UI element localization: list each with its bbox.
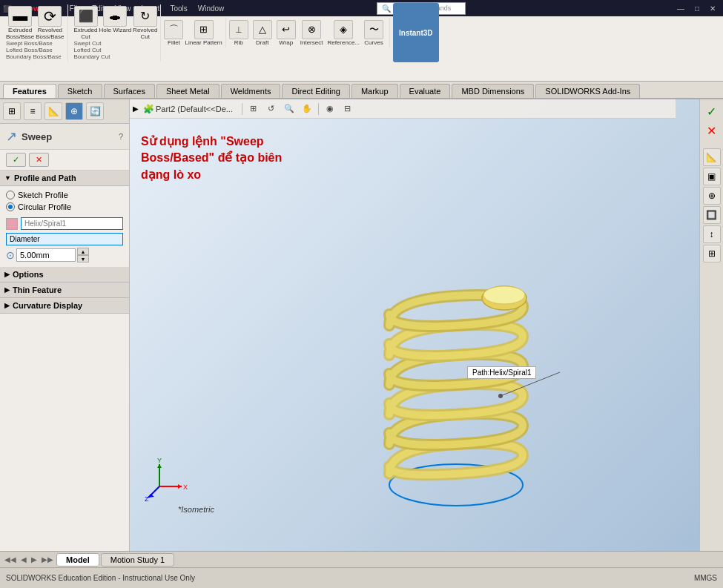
- lofted-boss-item[interactable]: Lofted Boss/Base: [6, 47, 65, 53]
- panel-icon-rotate[interactable]: 🔄: [86, 102, 104, 120]
- right-icon-5[interactable]: ↕: [703, 225, 721, 243]
- intersect-icon[interactable]: ⊗: [302, 20, 321, 39]
- extrude-boss-icon[interactable]: ▬: [8, 6, 32, 27]
- tab-arrow-right2[interactable]: ▶▶: [40, 555, 55, 564]
- tab-mbd[interactable]: MBD Dimensions: [452, 84, 534, 98]
- swept-cut-item[interactable]: Swept Cut: [74, 40, 158, 47]
- window-controls: — □ ✕: [673, 4, 720, 13]
- tab-sketch[interactable]: Sketch: [58, 84, 102, 98]
- tab-features[interactable]: Features: [3, 84, 56, 98]
- ok-button[interactable]: ✓: [6, 153, 26, 167]
- command-bar: ▬ ExtrudedBoss/Base ⟳ RevolvedBoss/Base …: [0, 16, 723, 82]
- revolve-cut-icon[interactable]: ↻: [133, 6, 157, 27]
- right-icon-1[interactable]: 📐: [703, 148, 721, 166]
- tab-arrow-left1[interactable]: ◀◀: [3, 555, 18, 564]
- revolve-boss-icon[interactable]: ⟳: [38, 6, 62, 27]
- right-cancel-icon[interactable]: ✕: [703, 122, 721, 139]
- annotation-text: Sử dụng lệnh "Sweep Boss/Based" để tạo b…: [141, 133, 282, 183]
- thin-feature-header[interactable]: ▶ Thin Feature: [0, 283, 129, 298]
- sweep-actions: ✓ ✕: [0, 150, 129, 171]
- panel-icon-dim[interactable]: 📐: [44, 102, 62, 120]
- minimize-btn[interactable]: —: [673, 4, 689, 13]
- diameter-label-bar: Diameter: [6, 233, 123, 245]
- draft-icon[interactable]: △: [253, 20, 272, 39]
- path-label: Path:Helix/Spiral1: [467, 366, 536, 379]
- feature-group: ⟂ Rib △ Draft ↩ Wrap ⊗ Intersect ◈ Refer…: [229, 18, 390, 47]
- panel-icon-plus[interactable]: ⊕: [65, 102, 83, 120]
- diameter-spinner[interactable]: ▲ ▼: [77, 248, 89, 262]
- boundary-boss-item[interactable]: Boundary Boss/Base: [6, 53, 65, 60]
- tab-arrow-right1[interactable]: ▶: [30, 555, 39, 564]
- right-icon-3[interactable]: ⊕: [703, 187, 721, 205]
- curvature-header[interactable]: ▶ Curvature Display: [0, 298, 129, 314]
- reference-icon[interactable]: ◈: [334, 20, 353, 39]
- sweep-help-icon[interactable]: ?: [119, 132, 123, 141]
- cancel-button[interactable]: ✕: [29, 153, 49, 167]
- instant3d-button[interactable]: Instant3D: [393, 3, 439, 62]
- bottom-tab-motion[interactable]: Motion Study 1: [101, 553, 174, 566]
- tab-arrow-left2[interactable]: ◀: [19, 555, 28, 564]
- menu-window[interactable]: Window: [194, 3, 229, 14]
- svg-text:Y: Y: [157, 457, 162, 464]
- boundary-cut-item[interactable]: Boundary Cut: [74, 53, 158, 60]
- swept-boss-item[interactable]: Swept Boss/Base: [6, 40, 65, 47]
- close-btn[interactable]: ✕: [705, 4, 720, 13]
- circular-profile-radio[interactable]: Circular Profile: [6, 202, 123, 211]
- right-icon-4[interactable]: 🔲: [703, 206, 721, 224]
- profile-path-header[interactable]: ▼ Profile and Path: [0, 171, 129, 186]
- tab-weldments[interactable]: Weldments: [221, 84, 281, 98]
- spring-svg: [330, 188, 627, 522]
- right-icon-6[interactable]: ⊞: [703, 245, 721, 262]
- wrap-icon[interactable]: ↩: [277, 20, 296, 39]
- panel-icon-grid[interactable]: ⊞: [3, 102, 21, 120]
- diameter-input-row: ⊙ ▲ ▼: [6, 248, 123, 262]
- sketch-profile-radio[interactable]: Sketch Profile: [6, 191, 123, 199]
- curves-icon[interactable]: 〜: [364, 20, 383, 39]
- bottom-tab-model[interactable]: Model: [56, 553, 99, 566]
- status-right: MMGS: [694, 574, 717, 582]
- curvature-chevron: ▶: [4, 302, 10, 309]
- axes-svg: X Y Z: [145, 457, 189, 501]
- extrude-cut-icon[interactable]: ⬛: [74, 6, 98, 27]
- tab-addins[interactable]: SOLIDWORKS Add-Ins: [535, 84, 640, 98]
- right-icon-2[interactable]: ▣: [703, 168, 721, 185]
- view-label: *Isometric: [178, 505, 214, 514]
- hole-wizard-icon[interactable]: 🕳: [103, 6, 127, 27]
- viewport: ▶ 🧩 Part2 (Default<<De... ⊞ ↺ 🔍 ✋ ◉ ⊟ Sử…: [130, 99, 699, 551]
- status-bar: SOLIDWORKS Education Edition - Instructi…: [0, 567, 723, 588]
- right-ok-icon[interactable]: ✓: [703, 102, 721, 120]
- panel-icon-list[interactable]: ≡: [24, 102, 42, 120]
- fillet-icon[interactable]: ⌒: [164, 20, 183, 39]
- extrude-group: ▬ ExtrudedBoss/Base ⟳ RevolvedBoss/Base …: [3, 4, 68, 62]
- diameter-input[interactable]: [16, 248, 76, 262]
- lofted-cut-item[interactable]: Lofted Cut: [74, 47, 158, 53]
- spin-down[interactable]: ▼: [77, 255, 89, 262]
- tab-direct-editing[interactable]: Direct Editing: [282, 84, 349, 98]
- tab-nav-arrows: ◀◀ ◀ ▶ ▶▶: [3, 555, 55, 564]
- rib-icon[interactable]: ⟂: [229, 20, 248, 39]
- toolbar-row1: ▬ ExtrudedBoss/Base ⟳ RevolvedBoss/Base …: [0, 16, 723, 49]
- viewport-content: Sử dụng lệnh "Sweep Boss/Based" để tạo b…: [130, 99, 699, 551]
- options-section: ▶ Options: [0, 267, 129, 283]
- circular-profile-radio-indicator: [6, 202, 15, 211]
- menu-tools[interactable]: Tools: [165, 3, 191, 14]
- path-input-field[interactable]: [21, 217, 123, 230]
- tab-sheet-metal[interactable]: Sheet Metal: [156, 84, 219, 98]
- extrude-cut-label: ExtrudedCut: [74, 27, 98, 40]
- spin-up[interactable]: ▲: [77, 248, 89, 255]
- modify-group: ⌒ Fillet ⊞ Linear Pattern: [164, 18, 225, 47]
- options-header[interactable]: ▶ Options: [0, 267, 129, 283]
- svg-point-1: [483, 286, 525, 304]
- path-dot: [498, 394, 503, 398]
- options-chevron: ▶: [4, 271, 10, 278]
- cut-group: ⬛ ExtrudedCut 🕳 Hole Wizard ↻ RevolvedCu…: [71, 4, 162, 62]
- bottom-tabs: ◀◀ ◀ ▶ ▶▶ Model Motion Study 1: [0, 551, 723, 567]
- circular-profile-label: Circular Profile: [18, 202, 71, 211]
- sketch-profile-label: Sketch Profile: [18, 191, 68, 199]
- maximize-btn[interactable]: □: [690, 4, 704, 13]
- linear-pattern-icon[interactable]: ⊞: [194, 20, 214, 39]
- tab-markup[interactable]: Markup: [351, 84, 398, 98]
- wrap-label: Wrap: [279, 39, 293, 46]
- tab-evaluate[interactable]: Evaluate: [400, 84, 451, 98]
- tab-surfaces[interactable]: Surfaces: [104, 84, 155, 98]
